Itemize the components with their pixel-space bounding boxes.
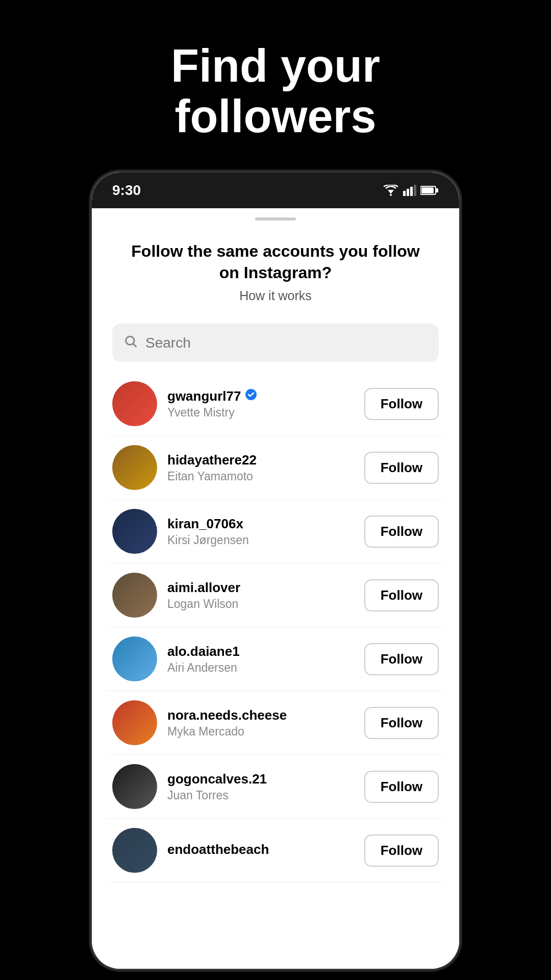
wifi-icon bbox=[383, 185, 399, 196]
username: alo.daiane1 bbox=[167, 644, 240, 659]
search-icon bbox=[123, 334, 138, 352]
username-row: alo.daiane1 bbox=[167, 644, 354, 659]
username-row: gogoncalves.21 bbox=[167, 771, 354, 787]
svg-rect-2 bbox=[403, 191, 406, 196]
user-info: endoatthebeach bbox=[157, 842, 364, 859]
svg-line-10 bbox=[133, 344, 136, 346]
avatar bbox=[112, 509, 157, 554]
username-row: hidayathere22 bbox=[167, 452, 354, 468]
user-row: alo.daiane1Airi AndersenFollow bbox=[107, 627, 444, 691]
display-name: Airi Andersen bbox=[167, 661, 354, 675]
status-icons bbox=[383, 185, 439, 196]
user-row: endoatthebeachFollow bbox=[107, 819, 444, 883]
display-name: Eitan Yamamoto bbox=[167, 470, 354, 483]
user-row: gwangurl77Yvette MistryFollow bbox=[107, 372, 444, 436]
search-input[interactable] bbox=[112, 324, 439, 362]
display-name: Yvette Mistry bbox=[167, 406, 354, 420]
follow-button[interactable]: Follow bbox=[364, 452, 439, 484]
follow-button[interactable]: Follow bbox=[364, 643, 439, 675]
follow-button[interactable]: Follow bbox=[364, 835, 439, 867]
search-container bbox=[112, 324, 439, 362]
user-info: gogoncalves.21Juan Torres bbox=[157, 771, 364, 802]
user-row: kiran_0706xKirsi JørgensenFollow bbox=[107, 500, 444, 564]
avatar bbox=[112, 381, 157, 426]
username-row: gwangurl77 bbox=[167, 388, 354, 404]
follow-button[interactable]: Follow bbox=[364, 771, 439, 803]
avatar bbox=[112, 636, 157, 681]
display-name: Juan Torres bbox=[167, 789, 354, 802]
user-info: alo.daiane1Airi Andersen bbox=[157, 644, 364, 675]
user-row: nora.needs.cheeseMyka MercadoFollow bbox=[107, 691, 444, 755]
svg-rect-8 bbox=[421, 187, 434, 193]
page-title: Follow the same accounts you follow on I… bbox=[92, 220, 459, 288]
username: hidayathere22 bbox=[167, 452, 257, 468]
svg-marker-0 bbox=[388, 190, 394, 194]
svg-rect-4 bbox=[410, 187, 413, 196]
user-list: gwangurl77Yvette MistryFollowhidayathere… bbox=[92, 372, 459, 883]
main-headline: Find yourfollowers bbox=[171, 41, 380, 142]
svg-rect-5 bbox=[414, 185, 416, 196]
user-info: aimi.alloverLogan Wilson bbox=[157, 580, 364, 611]
follow-button[interactable]: Follow bbox=[364, 579, 439, 611]
user-info: gwangurl77Yvette Mistry bbox=[157, 388, 364, 420]
verified-badge bbox=[245, 388, 257, 404]
how-it-works-link[interactable]: How it works bbox=[92, 288, 459, 318]
follow-button[interactable]: Follow bbox=[364, 388, 439, 420]
user-info: kiran_0706xKirsi Jørgensen bbox=[157, 516, 364, 547]
svg-point-1 bbox=[390, 194, 392, 196]
username: gogoncalves.21 bbox=[167, 771, 267, 787]
username: gwangurl77 bbox=[167, 388, 241, 404]
username-row: aimi.allover bbox=[167, 580, 354, 596]
user-info: nora.needs.cheeseMyka Mercado bbox=[157, 707, 364, 739]
user-row: hidayathere22Eitan YamamotoFollow bbox=[107, 436, 444, 500]
avatar bbox=[112, 764, 157, 809]
status-bar: 9:30 bbox=[92, 173, 459, 208]
user-row: gogoncalves.21Juan TorresFollow bbox=[107, 755, 444, 819]
phone-content: Follow the same accounts you follow on I… bbox=[92, 208, 459, 969]
svg-rect-7 bbox=[436, 188, 438, 192]
username-row: endoatthebeach bbox=[167, 842, 354, 857]
avatar bbox=[112, 445, 157, 490]
follow-button[interactable]: Follow bbox=[364, 516, 439, 548]
avatar bbox=[112, 828, 157, 873]
username-row: nora.needs.cheese bbox=[167, 707, 354, 723]
user-info: hidayathere22Eitan Yamamoto bbox=[157, 452, 364, 483]
user-row: aimi.alloverLogan WilsonFollow bbox=[107, 564, 444, 627]
username: aimi.allover bbox=[167, 580, 240, 596]
display-name: Myka Mercado bbox=[167, 725, 354, 739]
svg-rect-3 bbox=[407, 189, 409, 196]
display-name: Logan Wilson bbox=[167, 597, 354, 611]
avatar bbox=[112, 573, 157, 618]
display-name: Kirsi Jørgensen bbox=[167, 533, 354, 547]
signal-icon bbox=[403, 185, 416, 196]
battery-icon bbox=[420, 185, 439, 195]
username: endoatthebeach bbox=[167, 842, 269, 857]
avatar bbox=[112, 700, 157, 745]
follow-button[interactable]: Follow bbox=[364, 707, 439, 739]
username: nora.needs.cheese bbox=[167, 707, 287, 723]
background-section: Find yourfollowers 9:30 bbox=[0, 0, 551, 969]
status-time: 9:30 bbox=[112, 182, 141, 199]
username-row: kiran_0706x bbox=[167, 516, 354, 532]
username: kiran_0706x bbox=[167, 516, 243, 532]
phone-frame: 9:30 bbox=[92, 173, 459, 969]
